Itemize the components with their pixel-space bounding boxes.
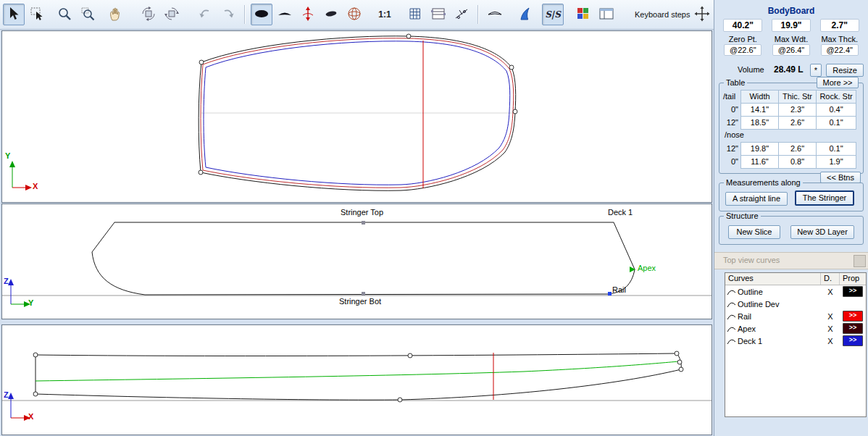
table-cell[interactable]: 19.8" [740,142,779,156]
outline-curve[interactable] [199,36,516,190]
curves-dock-bar: Top view curves [714,252,868,269]
zero-pt-label: Zero Pt. [719,35,767,43]
curve-row-rail[interactable]: Rail X >> [725,310,866,322]
curve-name[interactable]: Rail [738,312,751,321]
thickness-view-button[interactable] [297,4,319,25]
outline-view-button[interactable] [251,4,272,25]
curve-prop-button[interactable]: >> [843,286,863,297]
slice-view-panel[interactable]: Stringer Top Deck 1 Apex Stringer Bot Ra… [1,204,712,319]
max-wdt-at-value[interactable]: @26.4" [772,44,810,56]
table-cell[interactable]: 2.6" [778,142,817,156]
table-cell[interactable]: 18.5" [740,116,779,130]
new-3d-layer-button[interactable]: New 3D Layer [790,225,854,239]
orbit-vertical-icon [164,6,180,23]
curve-lens-button[interactable] [484,4,506,25]
rock-str-header[interactable]: Rock. Str [816,90,856,104]
curve-row-outline-dev[interactable]: Outline Dev [725,298,866,310]
ss-mode-button[interactable]: S|S [542,4,564,25]
zoom-window-tool-button[interactable] [77,4,99,25]
btns-button[interactable]: << Btns [820,172,861,183]
tail-header: /tail [722,91,741,104]
thic-str-header[interactable]: Thic. Str [778,90,817,104]
deck1-label: Deck 1 [608,208,633,217]
curve-name[interactable]: Deck 1 [738,337,762,345]
cut-button[interactable] [451,4,472,25]
toolbar-separator [477,5,479,24]
curve-prop-button[interactable]: >> [843,323,863,334]
curve-display-toggle[interactable]: X [821,312,840,321]
orbit-horizontal-tool-button[interactable] [138,4,159,25]
table-cell[interactable]: 2.6" [778,116,817,130]
profile-outline[interactable] [36,353,681,400]
curve-row-outline[interactable]: Outline X >> [725,285,866,298]
move-tool-button[interactable] [691,4,713,25]
profile-view-button[interactable] [274,4,296,25]
max-width-value[interactable]: 19.9" [772,19,811,32]
resize-button[interactable]: Resize [826,64,864,77]
orbit-vertical-tool-button[interactable] [161,4,183,25]
table-cell[interactable]: 0.4" [816,103,856,117]
table-cell[interactable]: 0.8" [778,155,817,169]
redo-button[interactable] [217,4,239,25]
table-cell[interactable]: 14.1" [740,103,779,117]
more-button[interactable]: More >> [817,77,859,88]
width-header[interactable]: Width [740,90,779,104]
top-view-panel[interactable]: Y X [1,30,712,203]
structure-group-label: Structure [724,211,761,220]
control-points[interactable] [199,34,517,175]
straight-line-button[interactable]: A straight line [725,192,788,206]
view-3d-button[interactable] [343,4,365,25]
star-button[interactable]: * [810,64,822,77]
grid-button[interactable] [404,4,426,25]
undo-button[interactable] [194,4,216,25]
z-axis-label: Z [4,390,9,399]
slice-table-icon [430,6,446,23]
profile-view-panel[interactable]: Z X [1,324,712,435]
app-window: 1:1 S|S Keyboard steps Au [0,0,868,436]
curve-prop-button[interactable]: >> [843,311,863,322]
curve-icon [727,337,736,345]
pointer-tool-button[interactable] [3,4,25,25]
panel-toggle-button[interactable] [596,4,617,25]
zero-pt-at-value[interactable]: @22.6" [724,44,761,56]
table-cell[interactable]: 1.9" [816,155,856,169]
slice-view-button[interactable] [320,4,342,25]
curve-name[interactable]: Outline Dev [738,300,779,309]
colors-icon [575,6,591,23]
select-box-tool-button[interactable] [26,4,48,25]
curve-display-toggle[interactable]: X [821,324,840,333]
pan-tool-button[interactable] [104,4,126,25]
zoom-tool-button[interactable] [54,4,75,25]
length-value[interactable]: 40.2" [723,19,762,32]
table-cell[interactable]: 0.1" [816,142,856,156]
the-stringer-button[interactable]: The Stringer [795,190,854,206]
max-thck-at-value[interactable]: @22.4" [821,44,859,56]
board-properties-panel: BodyBoard 40.2" 19.9" 2.7" Zero Pt. Max … [714,0,868,436]
board-title: BodyBoard [714,6,868,16]
axis-indicator [9,161,32,190]
axis-indicator [8,279,30,307]
curve-row-apex[interactable]: Apex X >> [725,322,866,335]
slice-outline[interactable] [92,222,635,295]
thickness-icon [300,6,316,23]
row-label: 0" [722,156,741,169]
slice-table-button[interactable] [427,4,449,25]
curve-name[interactable]: Apex [738,324,756,333]
new-slice-button[interactable]: New Slice [728,225,780,239]
curves-dock-button[interactable] [854,255,866,267]
table-cell[interactable]: 0.1" [816,116,856,130]
curve-display-toggle[interactable]: X [821,337,840,345]
move-cross-icon [694,6,710,23]
profile-view-canvas[interactable] [2,325,711,435]
colors-button[interactable] [572,4,594,25]
curve-row-deck1[interactable]: Deck 1 X >> [725,335,866,347]
scale-1-1-button[interactable]: 1:1 [374,4,396,25]
table-cell[interactable]: 11.6" [740,155,779,169]
fin-button[interactable] [514,4,536,25]
curve-prop-button[interactable]: >> [843,335,863,346]
curve-name[interactable]: Outline [738,288,763,296]
top-view-canvas[interactable] [2,31,711,202]
max-thickness-value[interactable]: 2.7" [820,19,859,32]
table-cell[interactable]: 2.3" [778,103,817,117]
curve-display-toggle[interactable]: X [821,288,840,296]
